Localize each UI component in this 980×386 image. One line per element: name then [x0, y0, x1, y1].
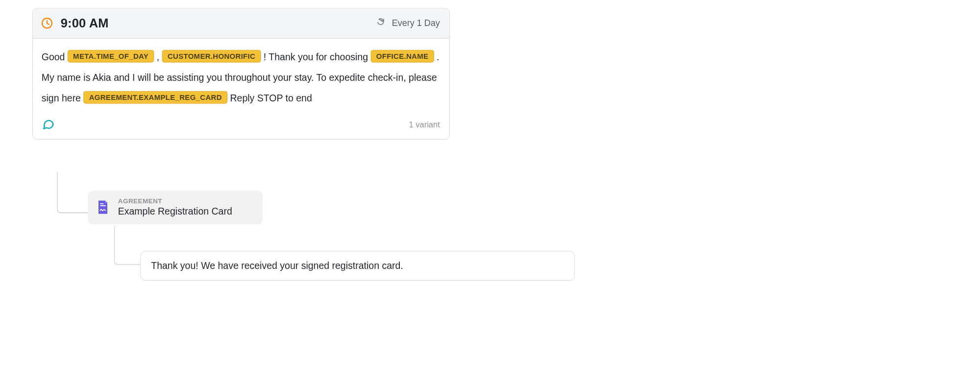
clock-icon	[41, 17, 53, 29]
scheduled-time: 9:00 AM	[61, 16, 109, 30]
svg-rect-2	[100, 205, 105, 206]
svg-rect-1	[100, 203, 103, 204]
merge-tag-agreement[interactable]: AGREEMENT.EXAMPLE_REG_CARD	[83, 91, 227, 104]
merge-tag-office-name[interactable]: OFFICE.NAME	[370, 50, 434, 63]
message-body[interactable]: Good META.TIME_OF_DAY , CUSTOMER.HONORIF…	[33, 39, 450, 116]
recurrence-label: Every 1 Day	[392, 18, 440, 28]
reply-body-text: Thank you! We have received your signed …	[151, 260, 403, 271]
merge-tag-honorific[interactable]: CUSTOMER.HONORIFIC	[162, 50, 261, 63]
variants-count[interactable]: 1 variant	[409, 120, 440, 130]
body-text: Good	[42, 51, 68, 63]
reply-message-card[interactable]: Thank you! We have received your signed …	[141, 251, 575, 281]
body-text: Reply STOP to end	[230, 93, 312, 104]
agreement-title: Example Registration Card	[118, 206, 232, 217]
document-icon	[96, 199, 110, 215]
body-text: ! Thank you for choosing	[264, 51, 371, 63]
chat-icon[interactable]	[42, 117, 55, 132]
agreement-node[interactable]: AGREEMENT Example Registration Card	[88, 191, 263, 224]
merge-tag-time-of-day[interactable]: META.TIME_OF_DAY	[68, 50, 154, 63]
recurrence-icon	[376, 18, 385, 29]
message-card-header: 9:00 AM Every 1 Day	[33, 8, 450, 39]
connector-line	[114, 226, 144, 265]
message-card[interactable]: 9:00 AM Every 1 Day Good META.TIME_OF_DA…	[32, 8, 450, 140]
body-text: ,	[157, 51, 162, 63]
agreement-label: AGREEMENT	[118, 197, 232, 205]
